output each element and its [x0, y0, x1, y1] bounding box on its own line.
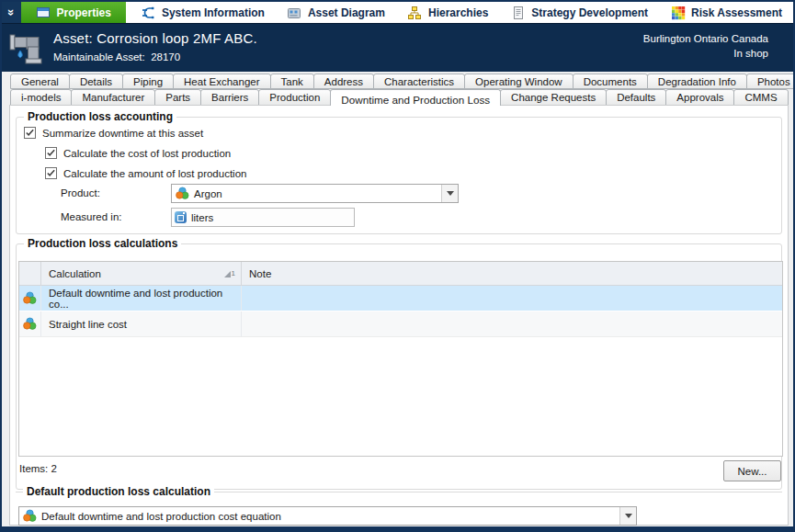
- product-value: Argon: [194, 188, 222, 199]
- asset-diagram-icon: [287, 6, 302, 20]
- asset-number: 28170: [151, 51, 180, 62]
- calculation-molecule-icon: [23, 509, 37, 523]
- tab-row-2: i-models Manufacturer Parts Barriers Pro…: [10, 89, 793, 106]
- tab-defaults[interactable]: Defaults: [606, 89, 666, 106]
- asset-subtitle-label: Maintainable Asset:: [53, 51, 145, 62]
- tab-piping[interactable]: Piping: [122, 74, 174, 89]
- application-window: » Properties System Information Asset Di…: [0, 0, 795, 532]
- toolbar-item-label: Hierarchies: [428, 6, 488, 19]
- measured-in-value: liters: [191, 212, 213, 223]
- tab-degradation-info[interactable]: Degradation Info: [647, 74, 747, 89]
- group-title: Default production loss calculation: [23, 485, 214, 498]
- new-button[interactable]: New...: [723, 460, 781, 481]
- items-count: Items: 2: [19, 463, 57, 474]
- tab-address[interactable]: Address: [313, 74, 374, 89]
- tab-change-requests[interactable]: Change Requests: [500, 89, 607, 106]
- risk-matrix-icon: [670, 6, 686, 20]
- tab-details[interactable]: Details: [69, 74, 123, 89]
- production-loss-accounting-group: Production loss accounting Summarize dow…: [16, 117, 782, 234]
- toolbar-item-system-information[interactable]: System Information: [130, 2, 276, 23]
- window-bottom-strip: [2, 526, 793, 530]
- calculate-cost-checkbox[interactable]: [45, 147, 57, 159]
- tab-row-1: General Details Piping Heat Exchanger Ta…: [10, 74, 793, 89]
- calculation-molecule-icon: [23, 317, 37, 331]
- checkbox-label: Calculate the amount of lost production: [63, 168, 246, 179]
- tab-production[interactable]: Production: [258, 89, 331, 106]
- collapse-panel-button[interactable]: »: [2, 2, 21, 23]
- toolbar-item-asset-diagram[interactable]: Asset Diagram: [276, 2, 396, 23]
- tab-tank[interactable]: Tank: [270, 74, 314, 89]
- calculate-amount-checkbox[interactable]: [45, 167, 57, 179]
- asset-subtitle: Maintainable Asset: 28170: [53, 51, 180, 62]
- tab-characteristics[interactable]: Characteristics: [373, 74, 465, 89]
- toolbar-item-strategy-development[interactable]: Strategy Development: [499, 2, 659, 23]
- calculation-column-header[interactable]: Calculation 1: [41, 262, 242, 285]
- tab-heat-exchanger[interactable]: Heat Exchanger: [173, 74, 270, 89]
- sort-ascending-icon: 1: [224, 270, 235, 277]
- sort-order-number: 1: [232, 270, 235, 277]
- table-row-default-downtime[interactable]: Default downtime and lost production co.…: [19, 286, 782, 311]
- calculation-cell: Straight line cost: [41, 311, 242, 336]
- asset-header: Asset: Corrosion loop 2MF ABC. Maintaina…: [2, 23, 793, 72]
- tab-manufacturer[interactable]: Manufacturer: [71, 89, 155, 106]
- tab-cmms[interactable]: CMMS: [733, 89, 788, 106]
- product-molecule-icon: [176, 187, 189, 200]
- calculation-molecule-icon: [23, 291, 37, 305]
- note-column-header[interactable]: Note: [242, 262, 782, 285]
- note-cell: [242, 311, 782, 336]
- icon-column-header[interactable]: [19, 262, 41, 285]
- chevron-double-down-icon: »: [6, 9, 17, 16]
- calculation-header-label: Calculation: [49, 268, 101, 279]
- tab-general[interactable]: General: [10, 74, 70, 89]
- system-information-icon: [141, 6, 156, 20]
- checkbox-row-amount-of-lost-production: Calculate the amount of lost production: [45, 167, 246, 179]
- group-title: Production loss calculations: [24, 237, 181, 250]
- toolbar-item-label: Asset Diagram: [308, 6, 385, 19]
- checkbox-label: Summarize downtime at this asset: [42, 128, 203, 139]
- properties-window-icon: [36, 6, 51, 20]
- dropdown-arrow-icon[interactable]: [619, 507, 636, 525]
- checkbox-row-cost-of-lost-production: Calculate the cost of lost production: [45, 147, 231, 159]
- strategy-document-icon: [510, 6, 526, 20]
- asset-status: In shop: [643, 46, 768, 61]
- toolbar-item-label: Risk Assessment: [691, 6, 782, 19]
- corrosion-loop-pipe-icon: [9, 28, 44, 69]
- tab-photos[interactable]: Photos: [746, 74, 793, 89]
- table-header[interactable]: Calculation 1 Note: [19, 262, 782, 286]
- checkbox-row-summarize-downtime: Summarize downtime at this asset: [24, 127, 203, 139]
- tab-barriers[interactable]: Barriers: [200, 89, 259, 106]
- downtime-tab-panel: Production loss accounting Summarize dow…: [9, 105, 789, 526]
- toolbar-item-label: Strategy Development: [531, 6, 648, 19]
- measured-in-field[interactable]: liters: [171, 208, 355, 227]
- unit-icon: [175, 211, 187, 223]
- note-header-label: Note: [249, 268, 271, 279]
- group-title: Production loss accounting: [24, 110, 176, 123]
- dropdown-arrow-icon[interactable]: [441, 185, 458, 202]
- toolbar-item-properties[interactable]: Properties: [21, 2, 126, 23]
- toolbar-item-risk-assessment[interactable]: Risk Assessment: [659, 2, 793, 23]
- tab-operating-window[interactable]: Operating Window: [464, 74, 574, 89]
- product-dropdown[interactable]: Argon: [171, 184, 459, 203]
- default-calculation-value: Default downtime and lost production cos…: [41, 511, 281, 522]
- tab-parts[interactable]: Parts: [154, 89, 201, 106]
- tab-i-models[interactable]: i-models: [10, 89, 72, 106]
- checkbox-label: Calculate the cost of lost production: [63, 148, 231, 159]
- default-calculation-dropdown[interactable]: Default downtime and lost production cos…: [18, 506, 637, 526]
- tab-downtime-and-production-loss[interactable]: Downtime and Production Loss: [330, 89, 501, 106]
- main-toolbar: » Properties System Information Asset Di…: [2, 2, 793, 23]
- toolbar-item-label: System Information: [162, 6, 265, 19]
- calculation-cell: Default downtime and lost production co.…: [41, 286, 242, 311]
- tab-documents[interactable]: Documents: [573, 74, 648, 89]
- table-row-straight-line-cost[interactable]: Straight line cost: [19, 311, 782, 337]
- toolbar-item-hierarchies[interactable]: Hierarchies: [396, 2, 499, 23]
- asset-title: Asset: Corrosion loop 2MF ABC.: [53, 30, 257, 46]
- product-label: Product:: [61, 187, 100, 198]
- tab-approvals[interactable]: Approvals: [665, 89, 734, 106]
- property-tab-strip: General Details Piping Heat Exchanger Ta…: [2, 72, 793, 106]
- asset-location: Burlington Ontario Canada: [643, 31, 768, 46]
- asset-location-status: Burlington Ontario Canada In shop: [643, 31, 768, 61]
- hierarchies-org-chart-icon: [407, 6, 423, 20]
- calculations-table: Calculation 1 Note Default downtime and …: [18, 261, 783, 457]
- summarize-downtime-checkbox[interactable]: [24, 127, 36, 139]
- measured-in-label: Measured in:: [61, 211, 121, 222]
